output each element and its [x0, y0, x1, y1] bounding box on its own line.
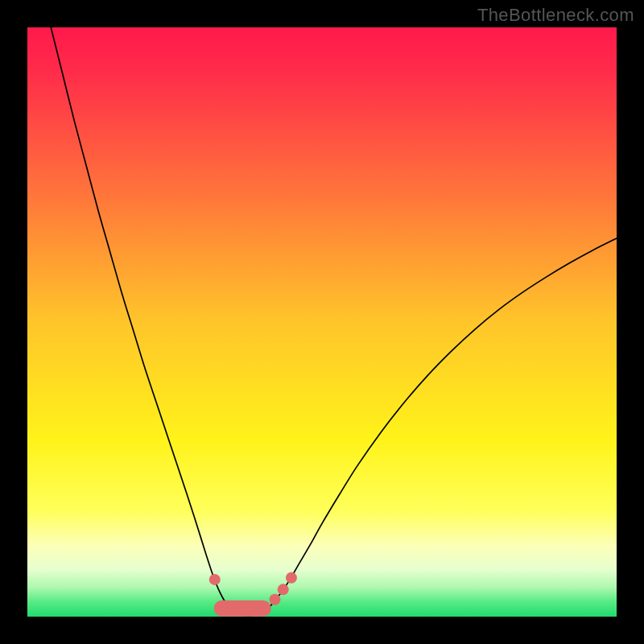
chart-frame: TheBottleneck.com [0, 0, 644, 644]
plot-area [27, 27, 617, 617]
highlight-dot-3 [286, 572, 297, 584]
watermark-text: TheBottleneck.com [477, 5, 634, 26]
gradient-background [27, 27, 617, 617]
chart-svg [27, 27, 617, 617]
highlight-dot-1 [269, 594, 280, 605]
highlight-dot-2 [278, 584, 289, 595]
highlight-dot-0 [209, 574, 221, 585]
